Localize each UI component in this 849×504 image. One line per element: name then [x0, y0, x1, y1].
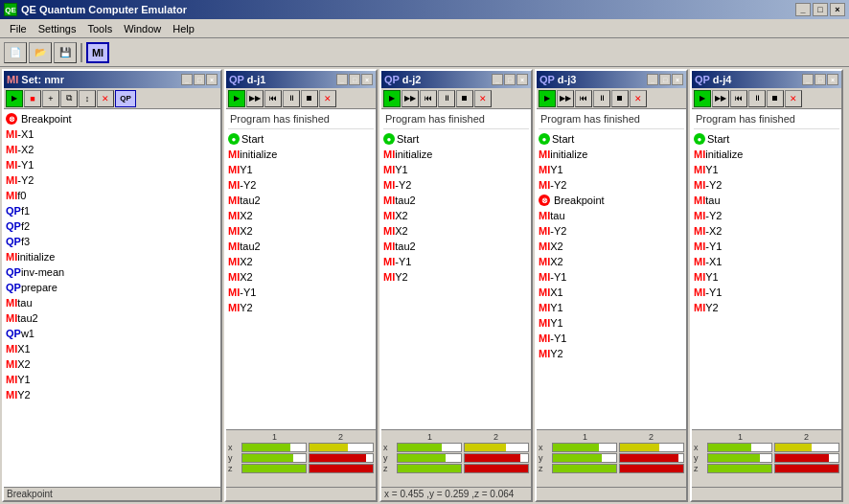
j2-run[interactable]: ▶ [383, 90, 401, 107]
list-item[interactable]: MItau2 [228, 239, 374, 254]
list-item[interactable]: MItau [539, 208, 684, 223]
stop-button[interactable]: ■ [24, 90, 41, 107]
j1-close-btn[interactable]: ✕ [319, 90, 336, 107]
run-button[interactable]: ▶ [6, 90, 23, 107]
list-item[interactable]: MIY2 [383, 269, 529, 285]
list-item[interactable]: MIX2 [383, 223, 529, 239]
list-item[interactable]: MIY1 [539, 315, 684, 331]
j2-rewind[interactable]: ⏮ [420, 90, 437, 107]
list-item[interactable]: MIY2 [228, 300, 374, 315]
list-item[interactable]: ● Start [383, 131, 529, 147]
list-item[interactable]: QPinv-mean [6, 264, 218, 280]
list-item[interactable]: MIX1 [6, 341, 218, 356]
j3-close[interactable]: × [672, 74, 683, 85]
j4-stop[interactable]: ⏹ [767, 90, 784, 107]
menu-tools[interactable]: Tools [81, 21, 118, 36]
j3-stop[interactable]: ⏹ [611, 90, 629, 107]
list-item[interactable]: MIY2 [6, 387, 218, 402]
j4-run[interactable]: ▶ [694, 90, 711, 107]
list-item[interactable]: MIX2 [228, 254, 374, 269]
list-item[interactable]: MI-Y2 [383, 177, 529, 193]
list-item[interactable]: MIY1 [694, 269, 839, 285]
list-item[interactable]: MIX2 [228, 223, 374, 239]
list-item[interactable]: MItau [694, 193, 839, 208]
list-item[interactable]: MItau2 [228, 193, 374, 208]
list-item[interactable]: ● Start [228, 131, 374, 147]
clear-button[interactable]: ✕ [97, 90, 114, 107]
list-item[interactable]: QPf3 [6, 234, 218, 249]
menu-help[interactable]: Help [167, 21, 200, 36]
j3-minimize[interactable]: _ [647, 74, 658, 85]
j3-rewind[interactable]: ⏮ [575, 90, 592, 107]
minimize-button[interactable]: _ [795, 3, 811, 16]
list-item[interactable]: MIY1 [228, 162, 374, 177]
list-item[interactable]: MIinitialize [694, 147, 839, 162]
list-item[interactable]: MI-X2 [6, 142, 218, 157]
list-item[interactable]: ⊗ Breakpoint [539, 193, 684, 208]
list-item[interactable]: MI-X1 [6, 126, 218, 142]
list-item[interactable]: MI-Y1 [539, 269, 684, 285]
list-item[interactable]: MIinitialize [6, 249, 218, 264]
list-item[interactable]: MIinitialize [383, 147, 529, 162]
j2-maximize[interactable]: □ [504, 74, 516, 85]
list-item[interactable]: ⊗ Breakpoint [6, 111, 218, 126]
copy-button[interactable]: ⧉ [60, 90, 78, 107]
open-button[interactable]: 📂 [29, 42, 52, 63]
list-item[interactable]: MI-Y2 [694, 208, 839, 223]
j1-pause[interactable]: ⏸ [283, 90, 300, 107]
list-item[interactable]: MIX2 [539, 239, 684, 254]
list-item[interactable]: MIY2 [694, 300, 839, 315]
list-item[interactable]: ● Start [694, 131, 839, 147]
j1-maximize[interactable]: □ [349, 74, 360, 85]
new-button[interactable]: 📄 [4, 42, 27, 63]
j2-step[interactable]: ▶▶ [402, 90, 419, 107]
list-item[interactable]: MIX2 [228, 208, 374, 223]
j1-stop[interactable]: ⏹ [301, 90, 318, 107]
j4-close[interactable]: × [827, 74, 838, 85]
list-item[interactable]: MIX2 [6, 356, 218, 372]
list-item[interactable]: MItau2 [6, 310, 218, 326]
list-item[interactable]: MI-X2 [694, 223, 839, 239]
j2-minimize[interactable]: _ [492, 74, 503, 85]
list-item[interactable]: MItau2 [383, 193, 529, 208]
list-item[interactable]: MIX2 [383, 208, 529, 223]
j4-close-btn[interactable]: ✕ [785, 90, 802, 107]
maximize-button[interactable]: □ [813, 3, 828, 16]
list-item[interactable]: MIX1 [539, 285, 684, 300]
mi-button[interactable]: MI [86, 42, 109, 63]
list-item[interactable]: MI-Y1 [6, 157, 218, 172]
list-item[interactable]: MIY1 [539, 300, 684, 315]
list-item[interactable]: MIY2 [539, 346, 684, 361]
list-item[interactable]: QPw1 [6, 326, 218, 341]
j4-minimize[interactable]: _ [802, 74, 814, 85]
j4-pause[interactable]: ⏸ [748, 90, 766, 107]
list-item[interactable]: MIX2 [539, 254, 684, 269]
j1-run[interactable]: ▶ [228, 90, 245, 107]
menu-window[interactable]: Window [118, 21, 167, 36]
list-item[interactable]: MI-Y1 [539, 331, 684, 346]
list-item[interactable]: MIY1 [6, 372, 218, 387]
list-item[interactable]: MItau [6, 295, 218, 310]
save-button[interactable]: 💾 [54, 42, 77, 63]
list-item[interactable]: MI-Y2 [539, 177, 684, 193]
j4-step[interactable]: ▶▶ [712, 90, 729, 107]
list-item[interactable]: QPf2 [6, 218, 218, 234]
list-item[interactable]: MIY1 [383, 162, 529, 177]
list-item[interactable]: MI-Y2 [694, 177, 839, 193]
sort-button[interactable]: ↕ [79, 90, 96, 107]
list-item[interactable]: MI-Y1 [694, 239, 839, 254]
menu-settings[interactable]: Settings [33, 21, 82, 36]
j1-close[interactable]: × [361, 74, 373, 85]
j1-step[interactable]: ▶▶ [246, 90, 264, 107]
mi-set-close[interactable]: × [206, 74, 218, 85]
menu-file[interactable]: File [4, 21, 33, 36]
list-item[interactable]: MIY1 [694, 162, 839, 177]
j1-rewind[interactable]: ⏮ [264, 90, 282, 107]
list-item[interactable]: MIf0 [6, 188, 218, 203]
list-item[interactable]: MIX2 [228, 269, 374, 285]
j3-step[interactable]: ▶▶ [557, 90, 574, 107]
j3-maximize[interactable]: □ [659, 74, 671, 85]
list-item[interactable]: MI-Y1 [694, 285, 839, 300]
j3-run[interactable]: ▶ [539, 90, 556, 107]
list-item[interactable]: MI-Y2 [228, 177, 374, 193]
